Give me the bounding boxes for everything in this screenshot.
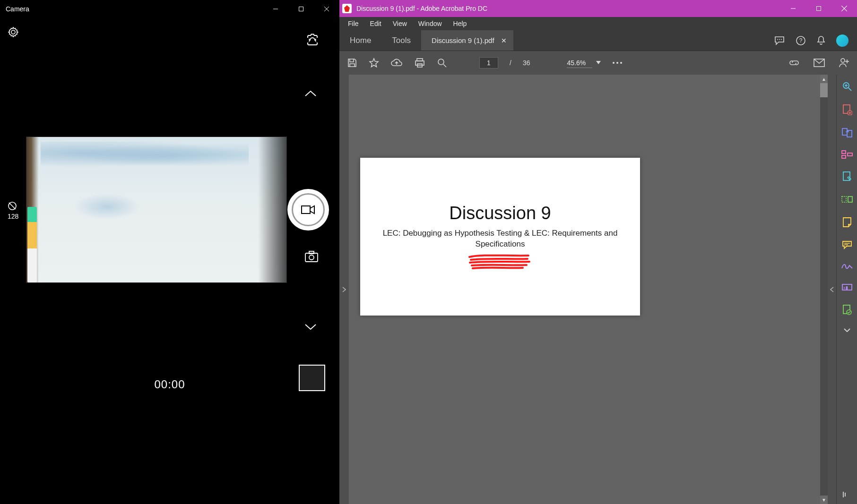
switch-camera-button[interactable] [305, 33, 320, 47]
mode-next-button[interactable] [304, 323, 317, 331]
red-scribble-annotation [467, 253, 533, 270]
link-share-button[interactable] [788, 58, 800, 68]
shutter-button[interactable] [287, 189, 329, 231]
help-button[interactable]: ? [796, 35, 806, 46]
collapse-rail-button[interactable] [842, 491, 852, 498]
search-tools-button[interactable] [842, 81, 852, 92]
acrobat-app-icon [342, 4, 352, 13]
cloud-upload-button[interactable] [390, 58, 403, 68]
camera-settings-button[interactable] [8, 26, 19, 38]
acrobat-menubar: File Edit View Window Help [339, 17, 857, 30]
create-pdf-button[interactable] [842, 104, 852, 115]
shutter-inner [292, 193, 325, 226]
comments-button[interactable] [774, 35, 785, 46]
redact-button[interactable]: x▮ [841, 282, 853, 292]
minimize-icon [790, 6, 796, 11]
sign-button[interactable] [841, 262, 853, 270]
search-icon [437, 58, 447, 68]
more-button[interactable] [612, 61, 623, 64]
profile-avatar-icon [836, 34, 848, 47]
acrobat-right-rail: x▮ [836, 75, 857, 504]
svg-marker-7 [310, 206, 314, 214]
collapse-icon [842, 491, 852, 498]
scrollbar-track[interactable] [820, 75, 828, 504]
tab-tools[interactable]: Tools [381, 30, 421, 51]
notifications-button[interactable] [816, 35, 826, 46]
tab-document-label: Discussion 9 (1).pdf [432, 36, 494, 44]
svg-point-16 [779, 39, 780, 40]
svg-point-29 [620, 62, 622, 64]
iso-icon [8, 201, 17, 211]
svg-rect-10 [309, 251, 314, 254]
maximize-icon [298, 6, 304, 12]
acrobat-close-button[interactable] [831, 0, 857, 17]
more-icon [612, 61, 623, 64]
acrobat-minimize-button[interactable] [780, 0, 806, 17]
zoom-dropdown[interactable] [596, 61, 601, 65]
svg-point-9 [309, 255, 314, 260]
svg-rect-48 [842, 196, 846, 202]
more-tools-button[interactable] [844, 328, 850, 333]
chevron-right-icon [342, 287, 346, 292]
help-icon: ? [796, 35, 806, 46]
tab-document[interactable]: Discussion 9 (1).pdf ✕ [421, 30, 513, 51]
menu-edit[interactable]: Edit [365, 18, 386, 29]
protect-button[interactable] [842, 304, 852, 316]
scrollbar-thumb[interactable] [820, 83, 828, 97]
combine-files-button[interactable] [841, 195, 853, 204]
scrollbar-down[interactable]: ▼ [820, 495, 828, 504]
iso-indicator[interactable]: 128 [8, 201, 18, 220]
page-number-input[interactable] [479, 57, 498, 68]
share-people-button[interactable] [838, 57, 849, 68]
switch-camera-icon [305, 33, 320, 47]
comment-tool-button[interactable] [841, 240, 853, 249]
chevron-up-icon [304, 90, 317, 97]
svg-rect-46 [848, 153, 852, 156]
save-button[interactable] [347, 58, 357, 68]
tools-pane-toggle[interactable] [828, 75, 836, 504]
nav-pane-toggle[interactable] [339, 75, 349, 504]
close-icon [324, 6, 329, 12]
menu-help[interactable]: Help [449, 18, 472, 29]
acrobat-top-icons: ? [774, 30, 857, 51]
video-icon [301, 205, 315, 215]
svg-marker-20 [370, 59, 378, 67]
profile-button[interactable] [836, 34, 848, 47]
star-button[interactable] [369, 58, 379, 68]
organize-pages-button[interactable] [841, 150, 853, 159]
sticky-note-icon [842, 216, 852, 228]
tab-home[interactable]: Home [339, 30, 381, 51]
preview-pens [27, 207, 37, 282]
envelope-icon [814, 59, 825, 67]
svg-rect-45 [842, 155, 846, 158]
camera-titlebar: Camera [0, 0, 339, 18]
recording-timer: 00:00 [154, 378, 185, 391]
mode-prev-button[interactable] [304, 90, 317, 97]
svg-point-17 [781, 39, 782, 40]
print-button[interactable] [414, 58, 425, 68]
scrollbar-up[interactable]: ▲ [820, 75, 828, 83]
menu-window[interactable]: Window [414, 18, 447, 29]
find-button[interactable] [437, 58, 447, 68]
fill-sign-button[interactable] [842, 216, 852, 228]
svg-marker-26 [596, 61, 601, 64]
svg-point-24 [438, 59, 444, 65]
iso-value: 128 [8, 213, 18, 220]
zoom-input[interactable] [567, 58, 592, 68]
tab-close-button[interactable]: ✕ [501, 37, 507, 44]
maximize-button[interactable] [294, 2, 308, 16]
email-button[interactable] [814, 59, 825, 67]
export-pdf-button[interactable] [841, 128, 853, 138]
edit-pdf-button[interactable] [842, 171, 852, 182]
acrobat-maximize-button[interactable] [806, 0, 831, 17]
photo-mode-button[interactable] [304, 250, 319, 263]
gallery-thumbnail[interactable] [299, 365, 325, 391]
document-viewport[interactable]: Discussion 9 LEC: Debugging as Hypothesi… [349, 75, 828, 504]
chevron-down-icon [844, 328, 850, 333]
menu-view[interactable]: View [388, 18, 412, 29]
star-icon [369, 58, 379, 68]
close-button[interactable] [320, 2, 334, 16]
minimize-button[interactable] [268, 2, 283, 16]
menu-file[interactable]: File [343, 18, 364, 29]
svg-rect-49 [848, 196, 852, 202]
